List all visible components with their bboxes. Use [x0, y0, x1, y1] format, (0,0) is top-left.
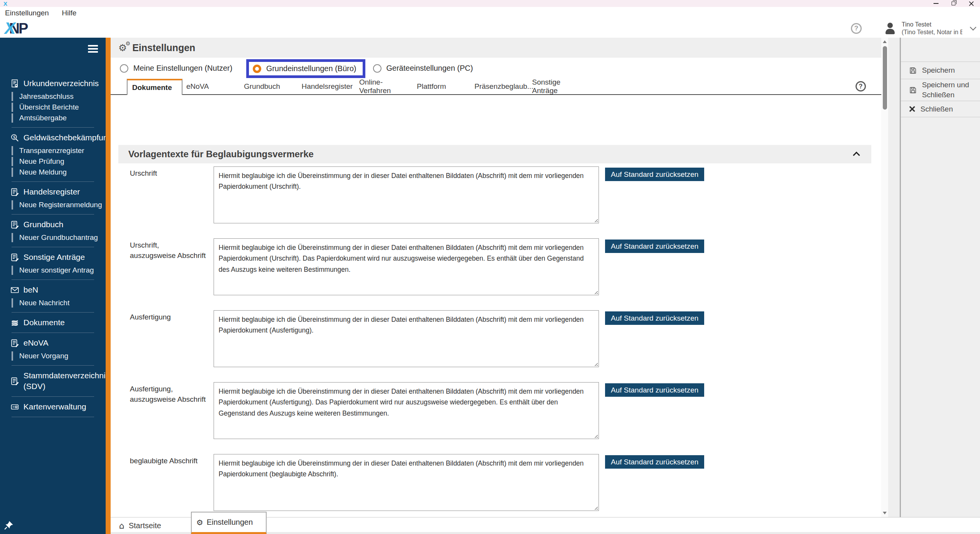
user-info: Tino Testet (Tino Testet, Notar in B...	[902, 21, 962, 36]
scope-grundeinstellungen[interactable]: Grundeinstellungen (Büro)	[253, 64, 357, 73]
scope-geraeteeinstellungen[interactable]: Geräteeinstellungen (PC)	[373, 64, 473, 73]
page-title: ⚙⚙ Einstellungen	[118, 42, 195, 53]
form-row-ausfertigung: Ausfertigung Hiermit beglaubige ich die …	[111, 310, 881, 367]
sidebar-item-kartenverwaltung[interactable]: Kartenverwaltung	[0, 401, 106, 413]
divider	[12, 214, 94, 215]
textarea-wrap: Hiermit beglaubige ich die Übereinstimmu…	[214, 166, 599, 223]
ausfertigung-textarea[interactable]: Hiermit beglaubige ich die Übereinstimmu…	[214, 310, 599, 367]
collapse-chevron-icon[interactable]	[853, 151, 860, 158]
taskbar-tab-startseite[interactable]: ⌂ Startseite	[111, 517, 191, 534]
list-pencil-icon	[10, 253, 20, 262]
sidebar-item-jahresabschluss[interactable]: Jahresabschluss	[0, 91, 106, 102]
user-avatar-icon	[884, 23, 896, 34]
xnp-logo: XNP	[5, 20, 27, 37]
magnifier-dollar-icon: $	[10, 133, 20, 143]
section-header: Vorlagentexte für Beglaubigungsvermerke	[118, 145, 871, 163]
textarea-wrap: Hiermit beglaubige ich die Übereinstimmu…	[214, 310, 599, 367]
urschrift-auszug-textarea[interactable]: Hiermit beglaubige ich die Übereinstimmu…	[214, 238, 599, 295]
menu-hilfe[interactable]: Hilfe	[62, 9, 76, 17]
sidebar-item-neuer-sonstiger-antrag[interactable]: Neuer sonstiger Antrag	[0, 265, 106, 276]
sidebar-item-neue-meldung[interactable]: Neue Meldung	[0, 167, 106, 178]
reset-default-button[interactable]: Auf Standard zurücksetzen	[605, 383, 704, 397]
divider	[12, 365, 94, 366]
save-and-close-button[interactable]: Speichern und Schließen	[901, 79, 980, 101]
sidebar-item-neue-registeranmeldung[interactable]: Neue Registeranmeldung	[0, 200, 106, 210]
hamburger-menu-icon[interactable]	[88, 45, 98, 53]
tab-handelsregister[interactable]: Handelsregister	[298, 79, 355, 94]
close-button[interactable]	[962, 0, 980, 7]
sidebar-item-neuer-vorgang[interactable]: Neuer Vorgang	[0, 351, 106, 361]
radio-selected-icon[interactable]	[253, 65, 261, 73]
sidebar-item-neue-nachricht[interactable]: Neue Nachricht	[0, 298, 106, 308]
divider	[12, 417, 94, 417]
taskbar-tab-einstellungen[interactable]: ⚙ Einstellungen	[191, 512, 267, 534]
app-icon: X	[3, 1, 7, 7]
form-row-beglaubigte-abschrift: beglaubigte Abschrift Hiermit beglaubige…	[111, 454, 881, 511]
window-titlebar: X	[0, 0, 980, 7]
reset-default-button[interactable]: Auf Standard zurücksetzen	[605, 168, 704, 181]
user-name: Tino Testet	[902, 21, 962, 28]
chevron-down-icon[interactable]	[970, 24, 977, 30]
open-pages-taskbar: ⌂ Startseite ⚙ Einstellungen	[111, 517, 980, 534]
scroll-down-icon[interactable]	[883, 512, 887, 514]
spacer	[111, 95, 881, 145]
tab-dokumente[interactable]: Dokumente	[127, 79, 182, 95]
form-row-urschrift: Urschrift Hiermit beglaubige ich die Übe…	[111, 166, 881, 223]
sidebar-item-ben[interactable]: beN	[0, 284, 106, 296]
document-seal-icon	[10, 79, 20, 88]
sidebar-item-handelsregister[interactable]: Handelsregister	[0, 186, 106, 198]
vertical-scrollbar[interactable]	[881, 38, 888, 517]
save-button[interactable]: Speichern	[901, 62, 980, 79]
field-label: Urschrift, auszugsweise Abschrift	[130, 238, 207, 295]
sidebar-item-urkundenverzeichnis[interactable]: Urkundenverzeichnis	[0, 77, 106, 90]
field-label: Ausfertigung	[130, 310, 207, 367]
sidebar-item-neue-pruefung[interactable]: Neue Prüfung	[0, 156, 106, 167]
reset-default-button[interactable]: Auf Standard zurücksetzen	[605, 240, 704, 253]
radio-unselected-icon[interactable]	[120, 64, 128, 73]
tab-plattform[interactable]: Plattform	[413, 79, 471, 94]
sidebar-item-uebersicht-berichte[interactable]: Übersicht Berichte	[0, 102, 106, 113]
field-label: Urschrift	[130, 166, 207, 223]
sidebar: Urkundenverzeichnis Jahresabschluss Über…	[0, 38, 106, 534]
help-icon[interactable]: ?	[851, 23, 862, 34]
beglaubigte-abschrift-textarea[interactable]: Hiermit beglaubige ich die Übereinstimmu…	[214, 454, 599, 511]
sidebar-item-neuer-grundbuchantrag[interactable]: Neuer Grundbuchantrag	[0, 232, 106, 243]
sidebar-item-stammdatenverzeichnis[interactable]: Stammdatenverzeichnis (SDV)	[0, 369, 106, 393]
scope-meine-einstellungen[interactable]: Meine Einstellungen (Nutzer)	[120, 64, 232, 73]
ausfertigung-auszug-textarea[interactable]: Hiermit beglaubige ich die Übereinstimmu…	[214, 382, 599, 439]
radio-unselected-icon[interactable]	[373, 64, 381, 73]
tab-enova[interactable]: eNoVA	[182, 79, 240, 94]
menu-einstellungen[interactable]: Einstellungen	[5, 9, 49, 17]
minimize-button[interactable]	[927, 0, 945, 7]
divider	[12, 181, 94, 182]
sidebar-item-sonstige-antraege[interactable]: Sonstige Anträge	[0, 251, 106, 263]
reset-default-button[interactable]: Auf Standard zurücksetzen	[605, 455, 704, 469]
close-panel-button[interactable]: Schließen	[901, 101, 980, 117]
pin-icon[interactable]	[4, 520, 14, 530]
tab-online-verfahren[interactable]: Online-Verfahren	[355, 79, 413, 94]
app-header: XNP ? Tino Testet (Tino Testet, Notar in…	[0, 19, 980, 38]
field-label: Ausfertigung, auszugsweise Abschrift	[130, 382, 207, 439]
sidebar-item-geldwaeschebekaempfung[interactable]: $ Geldwäschebekämpfung	[0, 131, 106, 144]
tab-sonstige-antraege[interactable]: Sonstige Anträge	[528, 79, 586, 94]
sidebar-item-dokumente[interactable]: Dokumente	[0, 316, 106, 329]
sidebar-item-transparenzregister[interactable]: Transparenzregister	[0, 145, 106, 156]
sidebar-item-grundbuch[interactable]: Grundbuch	[0, 218, 106, 231]
list-pencil-icon	[10, 187, 20, 197]
textarea-wrap: Hiermit beglaubige ich die Übereinstimmu…	[214, 454, 599, 511]
tab-praesenzbeglaub[interactable]: Präsenzbeglaub...	[471, 79, 528, 94]
sidebar-item-amtsuebergabe[interactable]: Amtsübergabe	[0, 113, 106, 123]
scrollbar-thumb[interactable]	[883, 46, 887, 110]
tab-grundbuch[interactable]: Grundbuch	[240, 79, 298, 94]
sidebar-accent-stripe	[106, 38, 111, 534]
home-icon: ⌂	[119, 522, 124, 530]
divider	[12, 127, 94, 128]
reset-default-button[interactable]: Auf Standard zurücksetzen	[605, 311, 704, 325]
tab-help-icon[interactable]: ?	[856, 81, 866, 91]
urschrift-textarea[interactable]: Hiermit beglaubige ich die Übereinstimmu…	[214, 166, 599, 223]
scroll-up-icon[interactable]	[883, 40, 887, 43]
textarea-wrap: Hiermit beglaubige ich die Übereinstimmu…	[214, 382, 599, 439]
sidebar-item-enova[interactable]: eNoVA	[0, 337, 106, 349]
close-icon	[969, 1, 974, 6]
restore-button[interactable]	[945, 0, 962, 7]
